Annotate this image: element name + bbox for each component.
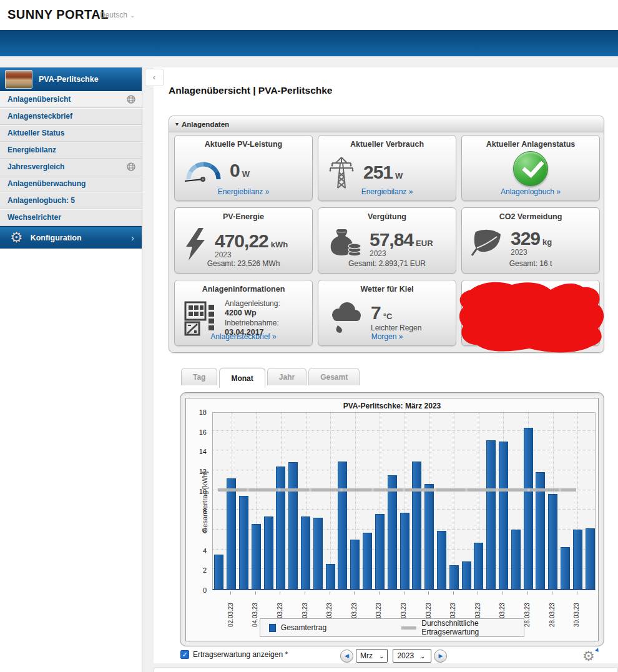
chevron-down-icon: ⌄ [420, 653, 425, 660]
pv-power-unit: W [242, 169, 250, 179]
energiebilanz-link[interactable]: Energiebilanz » [318, 187, 456, 196]
tile-title: Wetter für Kiel [318, 280, 456, 294]
anlagendaten-panel-header[interactable]: ▾ Anlagendaten [169, 116, 604, 132]
bar [412, 462, 421, 589]
sidebar-item-anlagensteckbrief[interactable]: Anlagensteckbrief [0, 108, 142, 125]
tab-label: Tag [193, 373, 205, 382]
bar [424, 484, 434, 589]
bar [276, 467, 285, 589]
bar [548, 494, 557, 589]
x-tick-mark [552, 591, 552, 595]
tile-co2-avoidance: CO2 Vermeidung 329kg 2023 Gesamt: 16 t [461, 207, 600, 274]
tab-monat[interactable]: Monat [219, 368, 265, 388]
expectation-checkbox[interactable]: ✓ [180, 650, 189, 659]
pv-power-value: 0 [230, 160, 240, 181]
year-select[interactable]: 2023⌄ [393, 649, 431, 663]
money-bag-icon [327, 228, 362, 259]
sidebar-item-energiebilanz[interactable]: Energiebilanz [0, 142, 142, 159]
cloud-rain-icon [327, 300, 363, 334]
plot-area [212, 412, 596, 590]
x-tick-label: 02.03.23 [227, 596, 235, 627]
sidebar-item-label: Jahresvergleich [7, 162, 127, 171]
bar [264, 516, 273, 589]
month-select[interactable]: Mrz⌄ [356, 649, 388, 663]
remuneration-year: 2023 [370, 249, 433, 258]
x-tick-label: 26.03.23 [523, 596, 532, 627]
chevron-right-icon: › [131, 233, 134, 243]
tile-pv-energy: PV-Energie 470,22kWh 2023 Gesamt: 23,526… [174, 207, 313, 274]
previous-month-button[interactable]: ◀ [340, 650, 353, 663]
y-tick-label: 8 [188, 507, 207, 515]
expectation-checkbox-label: Ertragserwartung anzeigen * [193, 650, 288, 659]
consumption-unit: W [395, 171, 403, 180]
chart-inner: PVA-Perlitschke: März 2023 Gesamtertrag … [185, 398, 599, 641]
sidebar-item-jahresvergleich[interactable]: Jahresvergleich [0, 159, 142, 175]
sidebar-item-aktueller-status[interactable]: Aktueller Status [0, 125, 142, 142]
v-gridline [454, 413, 454, 589]
sidebar-item-anlagenlogbuch[interactable]: Anlagenlogbuch: 5 [0, 192, 142, 209]
tab-label: Gesamt [320, 373, 348, 382]
year-value: 2023 [397, 651, 414, 660]
chart-legend: Gesamtertrag Durchschnittliche Ertragser… [260, 618, 524, 637]
average-expectation-line [218, 488, 576, 492]
chart-panel: PVA-Perlitschke: März 2023 Gesamtertrag … [180, 392, 604, 646]
sidebar-item-label: Anlagenübersicht [7, 95, 127, 104]
x-tick-mark [230, 591, 231, 595]
energiebilanz-link[interactable]: Energiebilanz » [175, 187, 312, 196]
weather-condition: Leichter Regen [371, 324, 421, 332]
sidebar-item-label: Aktueller Status [7, 129, 135, 137]
language-selector[interactable]: Deutsch⌄ [100, 11, 135, 19]
tab-gesamt[interactable]: Gesamt [308, 368, 360, 385]
bar [388, 475, 397, 589]
plant-power-label: Anlagenleistung: [225, 299, 280, 309]
sidebar-item-anlagenueberwachung[interactable]: Anlagenüberwachung [0, 175, 142, 192]
bar [474, 543, 483, 589]
bar [524, 428, 533, 589]
next-month-button[interactable]: ▶ [434, 650, 447, 663]
tile-title: Aktueller Verbrauch [318, 136, 456, 149]
bar [561, 547, 570, 589]
sidebar-item-label: Anlagensteckbrief [7, 112, 135, 121]
x-tick-mark [428, 591, 429, 595]
legend-label-erwartung: Durchschnittliche Ertragserwartung [421, 619, 515, 636]
sidebar-plant-header[interactable]: PVA-Perlitschke [0, 67, 142, 91]
chart-settings-button[interactable]: ⚙ ▲ [582, 648, 599, 665]
pv-energy-year: 2023 [215, 250, 288, 259]
bar [313, 518, 323, 589]
page-title: Anlagenübersicht | PVA-Perlitschke [169, 85, 332, 96]
bar [437, 531, 446, 589]
chart-title: PVA-Perlitschke: März 2023 [186, 402, 598, 410]
tile-plant-info: Anlageninformationen Anlagenleistung: 42… [174, 280, 313, 346]
h-gridline [213, 470, 595, 470]
tile-plant-status: Aktueller Anlagenstatus Anlagenlogbuch » [461, 135, 600, 201]
anlagensteckbrief-link[interactable]: Anlagensteckbrief » [175, 332, 312, 341]
bar [449, 565, 459, 589]
sidebar-item-anlagenuebersicht[interactable]: Anlagenübersicht [0, 91, 142, 108]
sidebar-item-label: Energiebilanz [7, 146, 135, 154]
bar [338, 462, 347, 589]
sidebar-collapse-button[interactable]: ‹ [145, 69, 164, 86]
temperature-unit: °C [383, 312, 393, 321]
morgen-link[interactable]: Morgen » [318, 332, 456, 341]
x-tick-label: 28.03.23 [548, 596, 557, 627]
sidebar-item-konfiguration[interactable]: ⚙ Konfiguration › [0, 226, 142, 249]
bar [511, 530, 521, 589]
co2-unit: kg [542, 237, 552, 247]
tab-label: Jahr [279, 373, 295, 382]
anlagenlogbuch-link[interactable]: Anlagenlogbuch » [462, 187, 599, 196]
y-tick-label: 10 [188, 488, 207, 495]
bar [499, 442, 508, 589]
y-tick-label: 0 [188, 586, 207, 594]
x-tick-mark [330, 591, 330, 595]
collapse-arrow-icon: ▾ [175, 121, 179, 127]
bar [214, 555, 223, 589]
period-tabs: Tag Monat Jahr Gesamt [181, 368, 361, 388]
tile-consumption: Aktueller Verbrauch 251W Energiebilanz » [318, 135, 456, 201]
plant-power-value: 4200 Wp [225, 309, 257, 317]
sidebar-item-wechselrichter[interactable]: Wechselrichter [0, 209, 142, 226]
tab-tag[interactable]: Tag [181, 368, 217, 385]
x-tick-mark [577, 591, 577, 595]
tab-jahr[interactable]: Jahr [267, 368, 307, 385]
chevron-down-icon: ⌄ [130, 12, 135, 19]
globe-icon [127, 162, 135, 171]
